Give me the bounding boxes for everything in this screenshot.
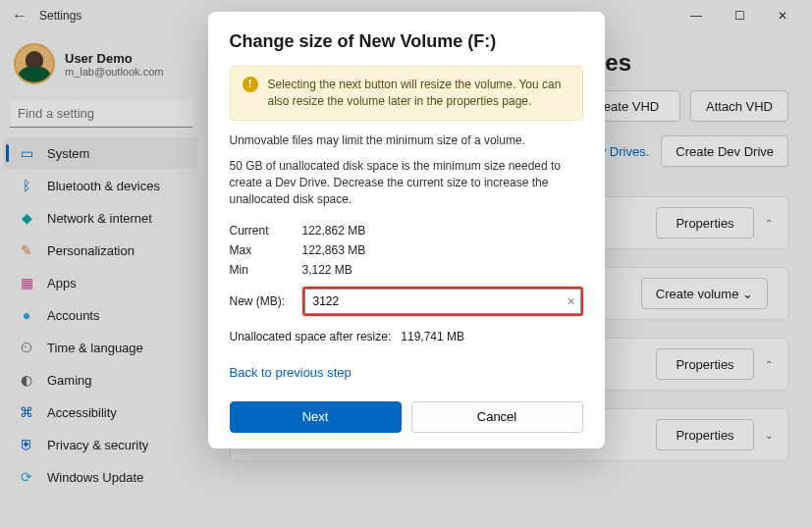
hint-text: Unmovable files may limit the minimum si… bbox=[230, 132, 583, 149]
min-label: Min bbox=[230, 263, 298, 277]
dialog-title: Change size of New Volume (F:) bbox=[230, 31, 583, 52]
resize-dialog: Change size of New Volume (F:) ! Selecti… bbox=[208, 12, 605, 449]
max-value: 122,863 MB bbox=[298, 243, 583, 257]
min-value: 3,122 MB bbox=[298, 263, 583, 277]
back-link[interactable]: Back to previous step bbox=[230, 365, 583, 380]
info-banner: ! Selecting the next button will resize … bbox=[230, 66, 583, 121]
hint-text: 50 GB of unallocated disk space is the m… bbox=[230, 158, 583, 207]
banner-text: Selecting the next button will resize th… bbox=[268, 77, 570, 110]
unallocated-text: Unallocated space after resize: 119,741 … bbox=[230, 330, 583, 343]
new-size-label: New (MB): bbox=[230, 294, 295, 308]
modal-overlay: Change size of New Volume (F:) ! Selecti… bbox=[0, 0, 812, 528]
next-button[interactable]: Next bbox=[230, 401, 402, 433]
current-label: Current bbox=[230, 224, 298, 238]
new-size-input[interactable] bbox=[304, 289, 581, 314]
max-label: Max bbox=[230, 243, 298, 257]
clear-icon[interactable]: ✕ bbox=[567, 294, 575, 307]
info-icon: ! bbox=[243, 77, 258, 92]
cancel-button[interactable]: Cancel bbox=[411, 401, 583, 433]
current-value: 122,862 MB bbox=[298, 224, 583, 238]
